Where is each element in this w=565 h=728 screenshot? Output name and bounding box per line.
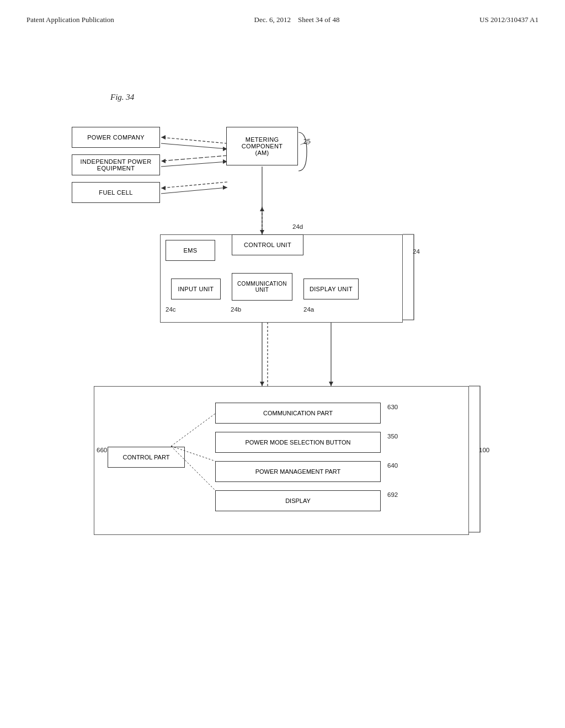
header-sheet: Sheet 34 of 48 [298, 15, 339, 24]
svg-marker-17 [260, 382, 264, 386]
label-24c: 24c [166, 306, 176, 313]
label-24a: 24a [303, 306, 314, 313]
box-independent-power: INDEPENDENT POWER EQUIPMENT [72, 154, 160, 175]
header-date: Dec. 6, 2012 [254, 15, 291, 24]
svg-line-8 [161, 182, 227, 188]
svg-marker-15 [260, 207, 264, 211]
svg-line-24 [171, 446, 215, 490]
bracket-25 [296, 127, 312, 171]
box-input-unit: INPUT UNIT [171, 279, 221, 299]
box-fuel-cell: FUEL CELL [72, 182, 160, 203]
svg-marker-5 [161, 159, 166, 163]
svg-marker-9 [161, 186, 166, 190]
label-24b: 24b [231, 306, 241, 313]
svg-marker-21 [329, 382, 333, 386]
box-control-unit: CONTROL UNIT [232, 234, 303, 255]
svg-line-0 [161, 137, 227, 143]
box-metering: METERING COMPONENT (AM) [226, 127, 298, 165]
page-header: Patent Application Publication Dec. 6, 2… [0, 0, 565, 24]
svg-line-2 [161, 143, 227, 149]
svg-line-4 [161, 156, 227, 161]
svg-marker-11 [223, 185, 227, 190]
box-power-company: POWER COMPANY [72, 127, 160, 148]
box-comm-unit: COMMUNICATION UNIT [232, 273, 292, 301]
figure-label: Fig. 34 [110, 93, 134, 102]
svg-line-23 [171, 446, 215, 461]
header-date-sheet: Dec. 6, 2012 Sheet 34 of 48 [254, 15, 340, 24]
bracket-24 [397, 234, 419, 328]
inner-lines-svg [94, 386, 469, 535]
svg-marker-1 [161, 135, 166, 140]
box-ems: EMS [166, 240, 215, 261]
header-publication: Patent Application Publication [26, 15, 114, 24]
header-patent: US 2012/310437 A1 [479, 15, 539, 24]
box-display-unit: DISPLAY UNIT [303, 279, 359, 299]
diagram-container: metering (solid right) --> metering --> … [44, 116, 519, 568]
svg-line-6 [161, 162, 227, 167]
svg-marker-13 [260, 230, 264, 234]
svg-line-10 [161, 188, 227, 194]
label-24d: 24d [292, 223, 303, 230]
svg-line-22 [171, 414, 215, 446]
